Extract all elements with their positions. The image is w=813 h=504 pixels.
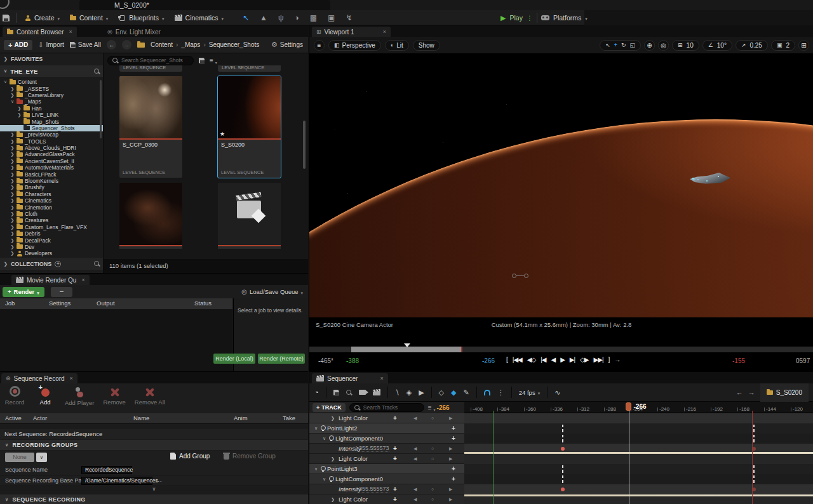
add-group-button[interactable]: Add Group (170, 453, 210, 460)
collections-section[interactable]: ❯COLLECTIONS+ (0, 258, 104, 270)
column-take[interactable]: Take (283, 414, 295, 421)
next-key-icon[interactable]: ▶ (449, 497, 452, 502)
column-job[interactable]: Job (5, 300, 15, 307)
tree-item-developers[interactable]: ❯Developers (0, 250, 104, 256)
add-button[interactable]: Add (34, 386, 56, 406)
tree-item-map_shots[interactable]: Map_Shots (0, 118, 104, 124)
tree-item-characters[interactable]: ❯Characters (0, 191, 104, 197)
remove-all-button[interactable]: Remove All (135, 386, 165, 406)
back-icon[interactable]: ← (107, 40, 116, 50)
tab-sequencer[interactable]: Sequencer× (312, 373, 388, 383)
tree-item-bloomkernels[interactable]: ❯BloomKernels (0, 178, 104, 184)
search-icon[interactable] (94, 261, 100, 267)
load-save-queue-button[interactable]: ◎Load/Save Queue▾ (241, 288, 303, 296)
sequence-breadcrumb[interactable]: S_S0200 (760, 383, 809, 402)
project-source-header[interactable]: ∨THE_EYE (0, 65, 104, 77)
keyframe-marker[interactable] (753, 435, 755, 442)
keyframe-dot[interactable] (752, 487, 756, 491)
track-value[interactable]: 355.555573 (359, 445, 389, 452)
tree-item-brushify[interactable]: ❯Brushify (0, 184, 104, 190)
timeline-row-light-color[interactable] (464, 454, 813, 464)
platforms-button[interactable]: Platforms (553, 14, 581, 22)
keyframe-marker[interactable] (753, 465, 755, 473)
track-timeline[interactable]: -408-384-360-336-312-288-264-240-216-192… (464, 402, 813, 504)
go-to-front-button[interactable]: |◀◀ (513, 356, 522, 363)
remove-job-button[interactable]: − (51, 287, 72, 297)
tree-item-_cameralibrary[interactable]: ❯_CameraLibrary (0, 92, 104, 98)
keyframe-marker[interactable] (562, 425, 563, 432)
import-button[interactable]: ⇩Import (38, 41, 64, 48)
create-menu[interactable]: Create▾ (23, 14, 62, 22)
timeline-row-lightcomponent0[interactable] (464, 474, 813, 484)
world-space-icon[interactable]: ⊕ (644, 40, 655, 51)
track-value[interactable]: 355.555573 (359, 486, 389, 493)
landscape-mode-icon[interactable]: ▲ (260, 13, 267, 22)
toggle-key-icon[interactable]: ○ (431, 416, 434, 420)
render-remote-button[interactable]: Render (Remote) (258, 354, 305, 364)
next-key-icon[interactable]: ▶ (449, 487, 452, 492)
range-out-field[interactable]: -155 (732, 357, 745, 364)
remove-button[interactable]: Remove (103, 386, 125, 406)
tree-item-cinematics[interactable]: ❯Cinematics (0, 197, 104, 204)
recording-groups-header[interactable]: ∨RECORDING GROUPS (0, 440, 308, 450)
scrub-marker-icon[interactable] (404, 343, 410, 347)
next-key-icon[interactable]: ▶ (449, 456, 452, 461)
add-section-icon[interactable]: + (452, 475, 455, 482)
tree-item-dev[interactable]: ❯Dev (0, 244, 104, 250)
column-active[interactable]: Active (5, 414, 22, 421)
create-camera-icon[interactable] (359, 390, 366, 395)
filter-icon[interactable]: ≡ (210, 57, 213, 64)
keyframe-marker[interactable] (753, 475, 755, 483)
maximize-viewport-icon[interactable]: ⊞ (798, 40, 809, 51)
next-key-button[interactable]: ◇▶ (580, 356, 588, 363)
asset-search-input[interactable] (121, 57, 189, 63)
prev-key-icon[interactable]: ◀ (413, 416, 417, 421)
auto-key-icon[interactable]: ◆ (451, 388, 456, 397)
close-tab-icon[interactable]: × (69, 29, 72, 35)
timeline-row-pointlight2[interactable] (464, 423, 813, 434)
go-to-end-button[interactable]: ▶▶| (594, 356, 603, 363)
tab-content-browser[interactable]: Content Browser× (3, 27, 77, 37)
track-row-light-color[interactable]: ❯Light Color+◀○▶ (309, 454, 464, 464)
add-key-icon[interactable]: + (393, 486, 397, 493)
track-row-lightcomponent0[interactable]: ∨LightComponent0+ (309, 474, 464, 484)
tree-item-debris[interactable]: ❯Debris (0, 230, 104, 237)
breadcrumb-sequencer_shots[interactable]: Sequencer_Shots (209, 41, 260, 48)
move-tool-icon[interactable]: + (614, 42, 617, 48)
fps-button[interactable]: 24 fps▾ (519, 388, 540, 396)
add-button[interactable]: +ADD (4, 40, 32, 50)
asset-card-s_ccp_0300[interactable]: S_CCP_0300LEVEL SEQUENCE (119, 76, 182, 178)
sequence-recording-header[interactable]: ∨SEQUENCE RECORDING (0, 494, 308, 504)
edit-mode-icon[interactable]: ✎ (464, 388, 469, 397)
close-tab-icon[interactable]: × (383, 29, 386, 35)
play-button[interactable]: Play (509, 14, 522, 22)
forward-icon[interactable]: → (122, 40, 131, 50)
keyframe-marker[interactable] (562, 435, 563, 442)
camera-speed-button[interactable]: ▣2 (771, 40, 795, 51)
column-status[interactable]: Status (194, 300, 212, 307)
add-track-button[interactable]: +TRACK (312, 403, 346, 412)
track-row-pointlight2[interactable]: ∨PointLight2+ (309, 423, 464, 434)
add-key-icon[interactable]: + (393, 496, 397, 503)
view-mode-button[interactable]: ◐Lit (385, 40, 409, 51)
render-add-button[interactable]: +Render▾ (3, 287, 44, 297)
track-row-intensity[interactable]: Intensity355.555573+◀○▶ (309, 444, 464, 454)
curve-editor-icon[interactable]: ∿ (554, 388, 560, 397)
timeline-row-light-color[interactable] (464, 413, 813, 423)
close-tab-icon[interactable]: × (70, 375, 73, 381)
timeline-row-intensity[interactable] (464, 484, 813, 494)
playback-start-field[interactable]: -465* (318, 357, 333, 364)
render-queue-list[interactable] (0, 309, 232, 372)
favorites-section[interactable]: ❯FAVORITES (0, 53, 104, 65)
tree-item-basiclfpack[interactable]: ❯BasicLFPack (0, 171, 104, 177)
actions-icon[interactable]: ∖ (395, 388, 400, 397)
expand-section-icon[interactable]: ∨ (0, 486, 308, 494)
tree-item-live_link[interactable]: ❯LIVE_LINK (0, 112, 104, 118)
tree-item-sequencer_shots[interactable]: Sequencer_Shots (0, 125, 104, 131)
fracture-mode-icon[interactable]: ▩ (310, 13, 317, 22)
play-options-icon[interactable]: ⋮ (527, 15, 533, 22)
tab-viewport-1[interactable]: ⊞ Viewport 1× (312, 27, 391, 37)
group-select[interactable]: None (5, 453, 34, 462)
tree-item-ancientcavernset_ii[interactable]: ❯AncientCavernSet_II (0, 158, 104, 164)
tree-item-_prevismocap[interactable]: ❯_previsMocap (0, 131, 104, 138)
